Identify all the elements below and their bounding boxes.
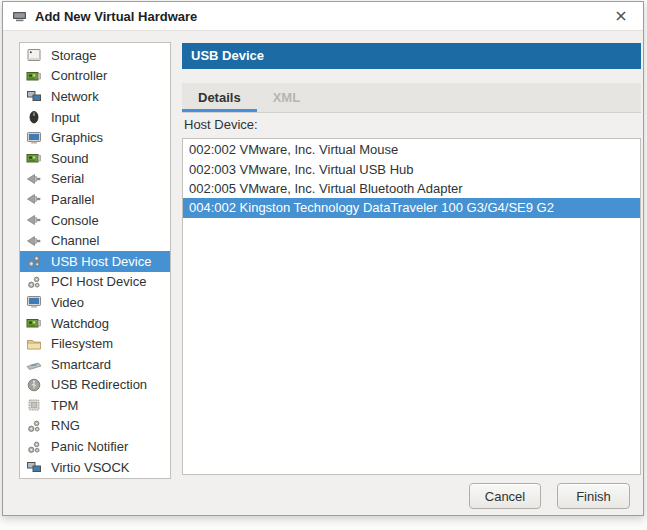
sidebar-item-parallel[interactable]: Parallel bbox=[20, 189, 170, 210]
sidebar-item-label: PCI Host Device bbox=[51, 274, 146, 289]
device-row-label: 002:005 VMware, Inc. Virtual Bluetooth A… bbox=[189, 181, 463, 196]
sidebar-item-label: USB Host Device bbox=[51, 254, 151, 269]
tpm-icon bbox=[26, 397, 42, 413]
controller-icon bbox=[26, 68, 42, 84]
app-icon bbox=[12, 8, 28, 24]
close-icon[interactable]: × bbox=[608, 4, 634, 28]
sidebar-item-label: Filesystem bbox=[51, 336, 113, 351]
sidebar-item-label: Panic Notifier bbox=[51, 439, 128, 454]
parallel-icon bbox=[26, 191, 42, 207]
sidebar-item-pci-host-device[interactable]: PCI Host Device bbox=[20, 272, 170, 293]
device-row-label: 002:003 VMware, Inc. Virtual USB Hub bbox=[189, 162, 414, 177]
watchdog-icon bbox=[26, 315, 42, 331]
input-mouse-icon bbox=[26, 109, 42, 125]
window-title: Add New Virtual Hardware bbox=[35, 9, 197, 24]
sidebar-item-storage[interactable]: Storage bbox=[20, 45, 170, 66]
tab-details-label: Details bbox=[198, 90, 241, 105]
panic-notifier-icon bbox=[26, 439, 42, 455]
channel-icon bbox=[26, 233, 42, 249]
titlebar: Add New Virtual Hardware × bbox=[3, 2, 643, 31]
video-icon bbox=[26, 294, 42, 310]
sidebar-item-label: Input bbox=[51, 110, 80, 125]
usb-host-device-icon bbox=[26, 253, 42, 269]
console-icon bbox=[26, 212, 42, 228]
device-row-label: 002:002 VMware, Inc. Virtual Mouse bbox=[189, 142, 398, 157]
filesystem-icon bbox=[26, 336, 42, 352]
finish-button[interactable]: Finish bbox=[557, 483, 630, 509]
usb-redirection-icon bbox=[26, 377, 42, 393]
sidebar-item-label: Storage bbox=[51, 48, 97, 63]
sidebar-item-label: Serial bbox=[51, 171, 84, 186]
device-row[interactable]: 002:005 VMware, Inc. Virtual Bluetooth A… bbox=[183, 179, 640, 198]
device-row[interactable]: 002:002 VMware, Inc. Virtual Mouse bbox=[183, 140, 640, 159]
rng-icon bbox=[26, 418, 42, 434]
device-row-label: 004:002 Kingston Technology DataTraveler… bbox=[189, 200, 554, 215]
device-row[interactable]: 004:002 Kingston Technology DataTraveler… bbox=[183, 198, 640, 217]
sidebar-item-label: Controller bbox=[51, 68, 107, 83]
tab-xml-label: XML bbox=[273, 90, 300, 105]
sidebar-item-label: Network bbox=[51, 89, 99, 104]
sidebar-item-label: Video bbox=[51, 295, 84, 310]
storage-icon bbox=[26, 47, 42, 63]
sidebar-item-panic-notifier[interactable]: Panic Notifier bbox=[20, 436, 170, 457]
sidebar-item-tpm[interactable]: TPM bbox=[20, 395, 170, 416]
sidebar-item-label: TPM bbox=[51, 398, 78, 413]
smartcard-icon bbox=[26, 356, 42, 372]
sidebar-item-filesystem[interactable]: Filesystem bbox=[20, 333, 170, 354]
sidebar-item-label: Console bbox=[51, 213, 99, 228]
sidebar-item-usb-redirection[interactable]: USB Redirection bbox=[20, 375, 170, 396]
device-row[interactable]: 002:003 VMware, Inc. Virtual USB Hub bbox=[183, 159, 640, 178]
sidebar-item-label: RNG bbox=[51, 418, 80, 433]
sound-icon bbox=[26, 150, 42, 166]
sidebar-item-video[interactable]: Video bbox=[20, 292, 170, 313]
sidebar-item-label: Smartcard bbox=[51, 357, 111, 372]
virtio-vsock-icon bbox=[26, 459, 42, 475]
sidebar-item-label: USB Redirection bbox=[51, 377, 147, 392]
network-icon bbox=[26, 88, 42, 104]
sidebar-item-label: Watchdog bbox=[51, 316, 109, 331]
sidebar-item-serial[interactable]: Serial bbox=[20, 169, 170, 190]
add-hardware-dialog: Add New Virtual Hardware × StorageContro… bbox=[2, 1, 644, 516]
cancel-button[interactable]: Cancel bbox=[469, 483, 541, 509]
sidebar-item-label: Parallel bbox=[51, 192, 94, 207]
sidebar-item-usb-host-device[interactable]: USB Host Device bbox=[20, 251, 170, 272]
page-title: USB Device bbox=[182, 43, 641, 69]
graphics-icon bbox=[26, 130, 42, 146]
sidebar-item-label: Sound bbox=[51, 151, 89, 166]
pci-host-device-icon bbox=[26, 274, 42, 290]
sidebar-item-controller[interactable]: Controller bbox=[20, 66, 170, 87]
sidebar-item-graphics[interactable]: Graphics bbox=[20, 127, 170, 148]
sidebar-item-label: Channel bbox=[51, 233, 99, 248]
sidebar-item-watchdog[interactable]: Watchdog bbox=[20, 313, 170, 334]
sidebar-item-input[interactable]: Input bbox=[20, 107, 170, 128]
host-device-label: Host Device: bbox=[184, 117, 258, 132]
sidebar-item-label: Virtio VSOCK bbox=[51, 460, 130, 475]
tab-xml[interactable]: XML bbox=[257, 83, 316, 112]
tab-details[interactable]: Details bbox=[182, 83, 257, 112]
sidebar-item-rng[interactable]: RNG bbox=[20, 416, 170, 437]
hardware-type-list: StorageControllerNetworkInputGraphicsSou… bbox=[19, 42, 171, 479]
sidebar-item-console[interactable]: Console bbox=[20, 210, 170, 231]
sidebar-item-virtio-vsock[interactable]: Virtio VSOCK bbox=[20, 457, 170, 478]
host-device-list: 002:002 VMware, Inc. Virtual Mouse002:00… bbox=[182, 138, 641, 475]
sidebar-item-network[interactable]: Network bbox=[20, 86, 170, 107]
tab-active-underline bbox=[182, 109, 257, 112]
sidebar-item-smartcard[interactable]: Smartcard bbox=[20, 354, 170, 375]
sidebar-item-sound[interactable]: Sound bbox=[20, 148, 170, 169]
serial-icon bbox=[26, 171, 42, 187]
tabstrip: Details XML bbox=[182, 83, 641, 113]
sidebar-item-label: Graphics bbox=[51, 130, 103, 145]
sidebar-item-channel[interactable]: Channel bbox=[20, 230, 170, 251]
